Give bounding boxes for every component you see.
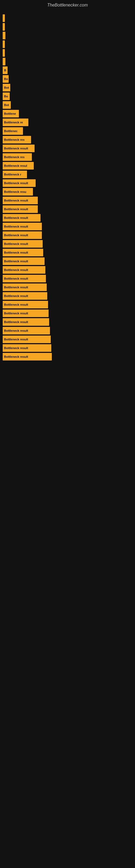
bar-row: Bottleneck result (3, 223, 132, 230)
bar-row: Bottleneck result (3, 353, 132, 361)
result-bar: Bottleneck result (3, 257, 45, 265)
result-bar: Bottleneck result (3, 275, 46, 282)
result-bar: Bo (3, 93, 10, 100)
result-bar: Bot (3, 84, 10, 91)
bar-row: Bottleneck result (3, 310, 132, 317)
bar-row (3, 14, 132, 22)
result-bar: Bottleneck result (3, 283, 47, 291)
bar-row: Bottleneck result (3, 327, 132, 335)
result-bar: Bottlene (3, 110, 19, 118)
bar-row: Bot (3, 101, 132, 109)
bar-row: Bottleneck result (3, 336, 132, 343)
result-bar: Bottleneck result (3, 301, 48, 308)
bar-row: Bottleneck result (3, 257, 132, 265)
result-bar: Bottleneck result (3, 310, 49, 317)
bar-row: Bottleneck result (3, 240, 132, 248)
result-bar: Bottleneck result (3, 145, 35, 152)
site-title: TheBottlenecker.com (0, 0, 135, 9)
result-bar: Bottleneck resu (3, 188, 33, 195)
result-bar: Bottleneck result (3, 336, 51, 343)
bar-row: Bottleneck result (3, 231, 132, 239)
result-bar: Bot (3, 101, 11, 109)
result-bar: Bottleneck result (3, 231, 42, 239)
result-bar: Bottleneck result (3, 344, 51, 352)
bar-row (3, 40, 132, 48)
bar-row (3, 32, 132, 39)
bar-row: Bottlene (3, 110, 132, 118)
bar-row: Bottleneck result (3, 249, 132, 256)
bar-row: Bottleneck result (3, 197, 132, 204)
bar-row: Bottleneck result (3, 275, 132, 282)
bar-row: B (3, 66, 132, 74)
result-bar (3, 58, 5, 65)
result-bar: Bottleneck result (3, 292, 47, 300)
bar-row: Bottleneck result (3, 145, 132, 152)
bars-container: BBoBotBoBotBottleneBottleneck reBottlene… (0, 9, 135, 367)
bar-row: Bottleneck result (3, 344, 132, 352)
result-bar: Bottleneck resul (3, 162, 34, 169)
bar-row (3, 49, 132, 57)
result-bar: Bottleneck result (3, 223, 42, 230)
bar-row: Bottleneck resu (3, 188, 132, 195)
bar-row: Bo (3, 75, 132, 83)
bar-row: Bottleneck result (3, 214, 132, 222)
result-bar: Bottleneck result (3, 240, 43, 248)
result-bar: Bottleneck result (3, 327, 50, 335)
result-bar: Bottleneck res (3, 136, 31, 144)
result-bar: Bottleneck re (3, 119, 28, 126)
result-bar: Bottleneck result (3, 266, 45, 274)
bar-row: Bottleneck result (3, 283, 132, 291)
result-bar: Bottleneck result (3, 205, 38, 213)
result-bar: Bottleneck result (3, 197, 38, 204)
result-bar: Bottleneck result (3, 249, 43, 256)
result-bar: Bottleneck result (3, 214, 41, 222)
bar-row (3, 58, 132, 65)
result-bar: B (3, 66, 8, 74)
bar-row: Bottleneck result (3, 292, 132, 300)
result-bar (3, 23, 5, 31)
result-bar: Bottleneck result (3, 353, 52, 361)
bar-row: Bottlenec (3, 127, 132, 135)
bar-row (3, 23, 132, 31)
bar-row: Bottleneck result (3, 266, 132, 274)
bar-row: Bottleneck result (3, 301, 132, 308)
result-bar: Bottleneck result (3, 179, 36, 187)
result-bar (3, 49, 5, 57)
bar-row: Bottleneck resul (3, 162, 132, 169)
result-bar (3, 32, 5, 39)
bar-row: Bottleneck r (3, 170, 132, 178)
result-bar: Bottlenec (3, 127, 23, 135)
result-bar: Bottleneck r (3, 170, 27, 178)
result-bar: Bottleneck res (3, 153, 32, 161)
result-bar (3, 40, 5, 48)
bar-row: Bo (3, 93, 132, 100)
result-bar: Bo (3, 75, 9, 83)
result-bar: Bottleneck result (3, 318, 49, 326)
result-bar (3, 14, 5, 22)
bar-row: Bottleneck res (3, 153, 132, 161)
bar-row: Bot (3, 84, 132, 91)
bar-row: Bottleneck re (3, 119, 132, 126)
bar-row: Bottleneck result (3, 205, 132, 213)
bar-row: Bottleneck result (3, 179, 132, 187)
bar-row: Bottleneck res (3, 136, 132, 144)
bar-row: Bottleneck result (3, 318, 132, 326)
